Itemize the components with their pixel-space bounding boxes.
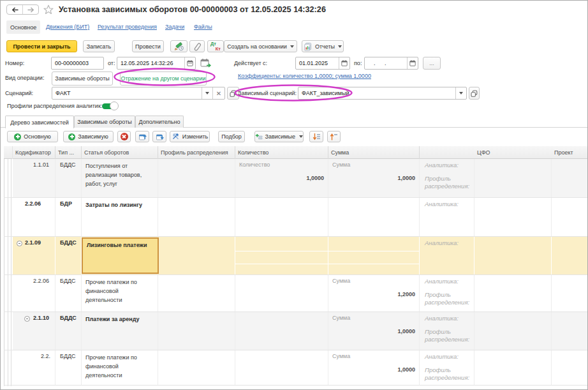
tab-main[interactable]: Основное [6, 20, 40, 34]
calendar-button[interactable] [184, 57, 195, 69]
cell-project[interactable] [552, 275, 587, 311]
forward-button[interactable] [22, 5, 38, 14]
table-row[interactable]: 2.2.06 БДР Затраты по лизингу Аналитика: [4, 198, 587, 237]
attachments-button[interactable] [189, 40, 205, 52]
tree-collapse-icon[interactable] [24, 316, 30, 322]
cell-profile[interactable] [158, 237, 235, 274]
calendar-button[interactable] [339, 57, 349, 69]
cell-sum[interactable] [328, 198, 420, 236]
cell-article[interactable]: Платежи за аренду [82, 312, 158, 350]
column-header-article[interactable]: Статья оборотов [82, 146, 158, 159]
column-header-type[interactable]: Тип ... [55, 146, 82, 159]
cell-profile[interactable] [158, 159, 235, 197]
nav-link-movements[interactable]: Движения (БИТ) [46, 24, 89, 30]
cell-cfo[interactable] [474, 312, 552, 350]
cell-profile[interactable] [158, 350, 235, 385]
dependent-scenario-open-button[interactable] [469, 87, 480, 100]
cell-quantity[interactable] [235, 312, 328, 350]
operation-option-reflection-other-scenario[interactable]: Отражение на другом сценарии [120, 71, 207, 86]
move-up-level-button[interactable] [135, 131, 149, 142]
cell-sum[interactable]: Сумма 1,0000 [328, 350, 420, 385]
scenario-dropdown-button[interactable] [202, 87, 212, 99]
post-button[interactable]: Провести [132, 40, 164, 52]
more-dates-button[interactable]: ... [423, 57, 441, 70]
cell-project[interactable] [552, 350, 587, 385]
cell-codifier[interactable]: 2.2. [13, 350, 55, 385]
cell-type[interactable]: БДДС [55, 159, 82, 197]
pick-button[interactable]: Подбор [218, 131, 245, 142]
write-button[interactable]: Записать [83, 40, 115, 52]
cell-article[interactable]: Прочие платежи по финансовой деятельност… [82, 350, 158, 385]
cell-profile[interactable] [158, 198, 235, 236]
table-row[interactable]: 2.2. БДДС Прочие платежи по финансовой д… [4, 350, 587, 386]
cell-type[interactable]: БДР [55, 198, 82, 236]
active-cell[interactable]: Лизинговые платежи [82, 237, 159, 274]
cell-cfo[interactable] [474, 350, 552, 385]
cell-codifier[interactable]: 2.1.10 [13, 312, 55, 350]
cell-project[interactable] [552, 237, 587, 274]
valid-to-input[interactable]: . . [364, 57, 418, 70]
profiles-toggle[interactable] [102, 101, 119, 111]
scenario-input[interactable]: ФАКТ ✕ [52, 87, 225, 100]
cell-sum[interactable]: Сумма 1,2000 [328, 275, 420, 311]
add-main-row-button[interactable]: Основную [7, 131, 58, 142]
cell-cfo[interactable] [474, 198, 552, 236]
set-time-button[interactable] [170, 40, 187, 52]
nav-link-tasks[interactable]: Задачи [165, 24, 184, 30]
tab-dependent-turnovers[interactable]: Зависимые обороты [74, 116, 135, 128]
datetime-input[interactable]: 12.05.2025 14:32:26 [117, 57, 196, 70]
expand-all-button[interactable] [309, 131, 323, 142]
table-row[interactable]: 1.1.01 БДДС Поступления от реализации то… [4, 159, 587, 198]
cell-sum[interactable] [328, 237, 420, 274]
cell-quantity[interactable] [235, 350, 328, 385]
cell-project[interactable] [552, 312, 587, 350]
nav-link-posting-result[interactable]: Результат проведения [98, 24, 157, 30]
calendar-button[interactable] [407, 57, 418, 69]
dependent-scenario-input[interactable]: ФАКТ_зависимый [298, 87, 467, 100]
cell-project[interactable] [552, 198, 587, 236]
dependents-menu-button[interactable]: Зависимые [254, 131, 304, 142]
column-header-sum[interactable]: Сумма [328, 146, 420, 159]
column-header-project[interactable]: Проект [552, 146, 587, 159]
cell-cfo[interactable] [474, 159, 552, 197]
cell-cfo[interactable] [474, 237, 552, 274]
cell-article[interactable]: Поступления от реализации товаров, работ… [82, 159, 158, 197]
table-row[interactable]: 2.1.10 БДДС Платежи за аренду Сумма 1,00… [4, 312, 587, 350]
cell-profile[interactable] [158, 312, 235, 350]
table-row-selected[interactable]: 2.1.09 БДДС Аналитика: Лизинговые платеж… [4, 237, 587, 275]
column-header-cfo[interactable]: ЦФО [474, 146, 552, 159]
dt-kt-button[interactable]: Дт Кт [207, 40, 224, 52]
scenario-clear-button[interactable]: ✕ [212, 87, 224, 99]
cell-codifier[interactable]: 2.1.09 [13, 237, 55, 274]
move-down-level-button[interactable] [152, 131, 166, 142]
cell-type[interactable]: БДДС [55, 237, 82, 274]
collapse-all-button[interactable] [327, 131, 341, 142]
column-header-codifier[interactable]: Кодификатор [13, 146, 55, 159]
delete-row-button[interactable] [117, 131, 131, 142]
cell-sum[interactable]: Сумма 1,0000 [328, 159, 420, 197]
cell-quantity[interactable] [235, 198, 328, 236]
cell-type[interactable]: БДДС [55, 350, 82, 385]
cell-profile[interactable] [158, 275, 235, 311]
add-dependent-row-button[interactable]: Зависимую [63, 131, 114, 142]
number-input[interactable]: 00-00000003 [51, 57, 104, 70]
cell-codifier[interactable]: 2.2.06 [13, 275, 55, 311]
valid-from-input[interactable]: 01.01.2025 [295, 57, 350, 70]
cell-project[interactable] [552, 159, 587, 197]
tree-collapse-icon[interactable] [17, 241, 22, 246]
post-and-close-button[interactable]: Провести и закрыть [6, 40, 77, 52]
table-row[interactable]: 2.2.06 БДДС Прочие платежи по финансовой… [4, 275, 587, 312]
cell-type[interactable]: БДДС [55, 312, 82, 350]
cell-article[interactable]: Затраты по лизингу [82, 198, 158, 236]
tab-dependency-tree[interactable]: Дерево зависимостей [5, 116, 74, 128]
cell-quantity[interactable] [235, 275, 328, 311]
cell-codifier[interactable]: 2.2.06 [13, 198, 55, 236]
operation-option-dependent-turnovers[interactable]: Зависимые обороты [52, 71, 113, 86]
nav-link-files[interactable]: Файлы [194, 24, 212, 30]
cell-codifier[interactable]: 1.1.01 [13, 159, 55, 197]
set-current-date-button[interactable] [200, 58, 212, 68]
reports-button[interactable]: Отчеты [302, 40, 344, 52]
cell-quantity[interactable]: Количество 1,0000 [235, 159, 328, 197]
cell-quantity[interactable] [235, 237, 328, 274]
favorite-star-icon[interactable] [43, 4, 54, 15]
